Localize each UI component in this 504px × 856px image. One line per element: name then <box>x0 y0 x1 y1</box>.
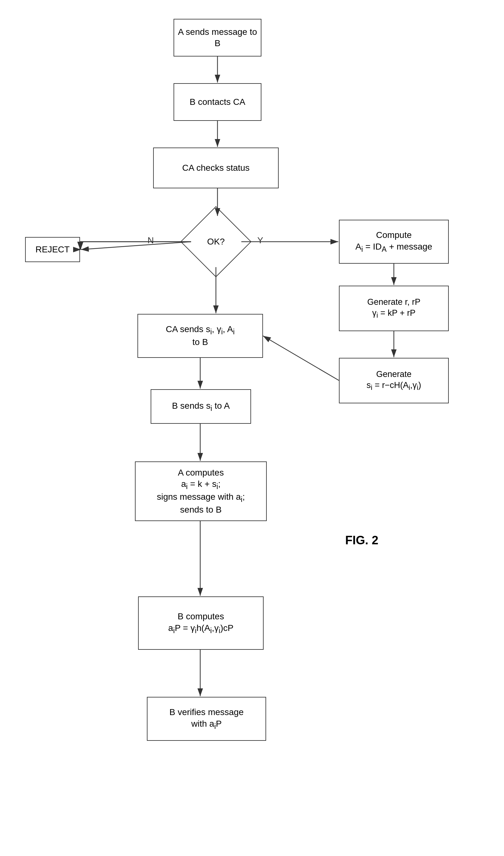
n-arrow-path <box>80 242 191 250</box>
diamond-label: OK? <box>207 237 225 247</box>
box-a-computes: A computesai = k + si;signs message with… <box>135 461 267 521</box>
arrow-gens-casends <box>263 336 339 380</box>
box-reject: REJECT <box>25 237 80 262</box>
y-label: Y <box>257 235 263 246</box>
arrow-n <box>81 242 191 250</box>
box-ca-checks: CA checks status <box>153 147 279 188</box>
box-compute: ComputeAi = IDA + message <box>339 220 449 264</box>
n-label: N <box>147 235 154 246</box>
box-ca-sends: CA sends si, γi, Aito B <box>138 314 263 358</box>
box-b-sends: B sends si to A <box>151 389 251 424</box>
box-generate-r: Generate r, rPγi = kP + rP <box>339 286 449 331</box>
box-generate-s: Generatesi = r−cH(Ai,γi) <box>339 358 449 403</box>
box-a-sends: A sends message to B <box>174 19 262 56</box>
box-b-computes: B computesaiP = γih(Ai,γi)cP <box>138 596 264 650</box>
diagram: A sends message to B B contacts CA CA ch… <box>0 0 504 856</box>
figure-label: FIG. 2 <box>345 534 378 547</box>
diamond-ok: OK? <box>191 217 241 267</box>
box-b-verifies: B verifies messagewith aiP <box>147 697 266 741</box>
box-b-contacts: B contacts CA <box>174 83 262 121</box>
arrow-n-path <box>80 242 191 250</box>
